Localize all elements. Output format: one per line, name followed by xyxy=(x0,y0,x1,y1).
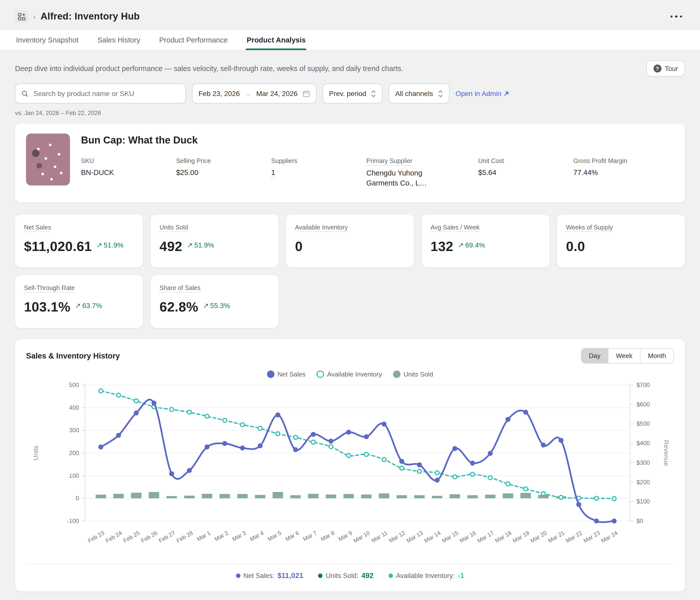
net-sales-point xyxy=(311,432,316,437)
summary-dot-icon xyxy=(236,573,240,578)
summary-label: Units Sold: xyxy=(326,572,358,579)
inventory-point xyxy=(117,393,121,397)
right-axis-tick: $700 xyxy=(636,381,650,388)
summary-value: $11,021 xyxy=(277,572,303,579)
search-input[interactable] xyxy=(32,89,179,98)
tour-button[interactable]: ? Tour xyxy=(646,60,685,76)
legend-item[interactable]: Units Sold xyxy=(393,371,433,378)
inventory-point xyxy=(524,487,528,491)
x-axis-label: Feb 28 xyxy=(175,529,194,544)
kpi-card-avg-sales-week: Avg Sales / Week132↗69.4% xyxy=(422,215,550,268)
product-fields: SKUBN-DUCKSelling Price$25.00Suppliers1P… xyxy=(81,156,674,188)
tab-sales-history[interactable]: Sales History xyxy=(97,30,141,50)
main-content: Deep dive into individual product perfor… xyxy=(0,60,700,592)
inventory-point xyxy=(187,410,191,414)
top-bar: › Alfred: Inventory Hub xyxy=(0,0,700,30)
kpi-card-sell-through-rate: Sell-Through Rate103.1%↗63.7% xyxy=(15,275,143,328)
legend-item[interactable]: Available Inventory xyxy=(317,371,382,378)
kpi-value: 62.8% xyxy=(159,300,198,315)
range-option-week[interactable]: Week xyxy=(608,349,640,363)
inventory-point xyxy=(99,389,103,393)
app-icon[interactable] xyxy=(15,10,28,23)
kpi-value: 492 xyxy=(159,239,182,254)
field-label[interactable]: Primary Supplier xyxy=(366,157,412,166)
channel-select[interactable]: All channels xyxy=(389,83,450,103)
net-sales-point xyxy=(488,451,493,456)
breadcrumb-chevron-icon: › xyxy=(33,12,35,21)
filter-row: Feb 23, 2026 → Mar 24, 2026 Prev. period… xyxy=(15,83,685,103)
tab-product-analysis[interactable]: Product Analysis xyxy=(246,30,307,50)
kpi-delta: ↗51.9% xyxy=(187,241,214,249)
x-axis-label: Feb 25 xyxy=(122,529,141,544)
units-sold-bar xyxy=(379,493,389,498)
arrow-right-icon: → xyxy=(245,90,251,97)
chart-legend: Net SalesAvailable InventoryUnits Sold xyxy=(26,371,674,378)
inventory-point xyxy=(435,471,439,475)
kpi-card-share-of-sales: Share of Sales62.8%↗55.3% xyxy=(150,275,278,328)
summary-dot-icon xyxy=(318,573,323,578)
x-axis-label: Mar 22 xyxy=(565,529,583,544)
right-axis-tick: $0 xyxy=(636,518,643,524)
field-value: Chengdu Yuhong Garments Co., L… xyxy=(366,169,441,188)
product-field: SKUBN-DUCK xyxy=(81,156,169,188)
product-card: Bun Cap: What the Duck SKUBN-DUCKSelling… xyxy=(15,124,685,202)
date-start: Feb 23, 2026 xyxy=(199,90,240,98)
net-sales-point xyxy=(151,400,156,405)
field-label: Gross Profit Margin xyxy=(573,157,627,165)
date-range-picker[interactable]: Feb 23, 2026 → Mar 24, 2026 xyxy=(192,83,317,103)
inventory-point xyxy=(170,407,174,411)
x-axis-label: Feb 27 xyxy=(157,529,176,544)
net-sales-point xyxy=(222,441,227,446)
legend-item[interactable]: Net Sales xyxy=(267,371,306,378)
range-option-month[interactable]: Month xyxy=(640,349,674,363)
app-window: › Alfred: Inventory Hub Inventory Snapsh… xyxy=(0,0,700,600)
inventory-point xyxy=(382,457,386,461)
net-sales-point xyxy=(169,471,174,476)
inventory-point xyxy=(453,475,457,479)
open-in-admin-link[interactable]: Open in Admin xyxy=(455,90,509,98)
net-sales-point xyxy=(204,445,209,450)
x-axis-label: Mar 2 xyxy=(214,529,229,543)
x-axis-label: Mar 5 xyxy=(267,529,282,543)
inventory-point xyxy=(541,492,545,496)
right-axis-tick: $600 xyxy=(636,401,650,408)
legend-label: Units Sold xyxy=(403,371,433,378)
x-axis-label: Mar 1 xyxy=(196,529,212,543)
tab-bar: Inventory SnapshotSales HistoryProduct P… xyxy=(0,30,700,50)
kpi-card-weeks-of-supply: Weeks of Supply0.0 xyxy=(557,215,685,268)
net-sales-point xyxy=(293,447,298,452)
x-axis-label: Mar 13 xyxy=(405,529,424,544)
right-axis-tick: $500 xyxy=(636,420,650,427)
units-sold-bar xyxy=(521,493,531,499)
net-sales-point xyxy=(381,422,386,426)
tab-inventory-snapshot[interactable]: Inventory Snapshot xyxy=(15,30,79,50)
field-label: SKU xyxy=(81,157,94,165)
inventory-point xyxy=(205,414,209,418)
x-axis-label: Mar 7 xyxy=(302,529,318,543)
net-sales-point xyxy=(134,410,139,416)
compare-period-select[interactable]: Prev. period xyxy=(323,83,383,103)
field-label: Unit Cost xyxy=(478,157,504,165)
range-option-day[interactable]: Day xyxy=(581,349,608,363)
x-axis-label: Mar 10 xyxy=(352,529,371,544)
chart-title: Sales & Inventory History xyxy=(26,351,120,360)
inventory-point xyxy=(294,435,298,439)
tab-product-performance[interactable]: Product Performance xyxy=(158,30,229,50)
summary-item: Net Sales:$11,021 xyxy=(236,572,303,579)
net-sales-point xyxy=(258,443,263,448)
x-axis-label: Mar 23 xyxy=(582,529,601,544)
units-sold-bar xyxy=(149,492,159,498)
kpi-label: Sell-Through Rate xyxy=(24,284,75,293)
units-sold-bar xyxy=(113,494,124,498)
net-sales-point xyxy=(187,468,192,473)
more-menu-button[interactable] xyxy=(667,12,685,21)
field-value[interactable]: 1 xyxy=(271,168,346,178)
net-sales-point xyxy=(116,433,121,438)
kpi-value: $11,020.61 xyxy=(24,239,92,254)
legend-label: Net Sales xyxy=(277,371,306,378)
x-axis-label: Mar 19 xyxy=(511,529,530,544)
kpi-label: Share of Sales xyxy=(159,284,200,293)
right-axis-title: Revenue xyxy=(662,440,670,466)
x-axis-label: Feb 23 xyxy=(87,529,105,544)
x-axis-label: Mar 3 xyxy=(231,529,247,543)
